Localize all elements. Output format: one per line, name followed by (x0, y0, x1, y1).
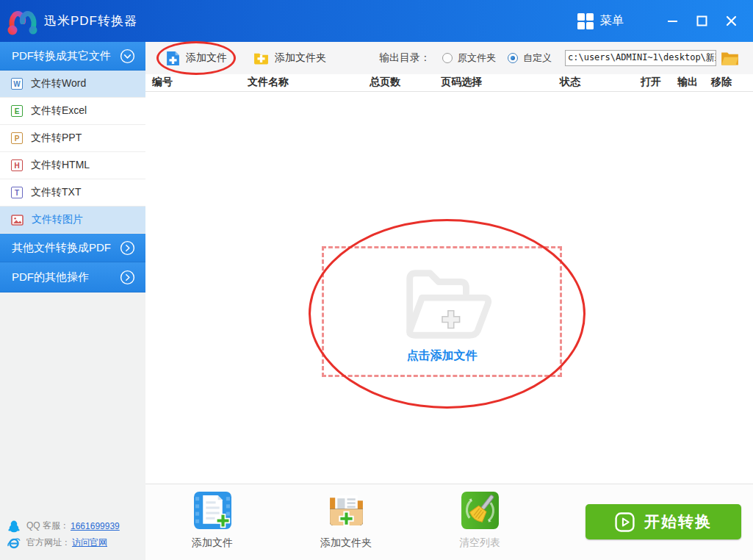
sidebar-item-label: 文件转TXT (31, 186, 81, 199)
menu-label: 菜单 (600, 13, 624, 29)
sidebar-section-label: PDF的其他操作 (12, 270, 89, 284)
column-header-filename: 文件名称 (248, 76, 289, 89)
minimize-button[interactable] (657, 7, 687, 36)
minimize-icon (667, 15, 678, 26)
add-file-button[interactable]: 添加文件 (166, 51, 227, 66)
start-convert-button[interactable]: 开始转换 (586, 504, 741, 539)
close-button[interactable] (716, 7, 746, 36)
html-file-icon: H (11, 159, 23, 171)
txt-file-icon: T (11, 187, 23, 198)
qq-service-label: QQ 客服： (26, 520, 69, 532)
file-table-header: 编号 文件名称 总页数 页码选择 状态 打开 输出 移除 (145, 74, 753, 92)
dropzone-hint-label: 点击添加文件 (407, 348, 478, 364)
sidebar-section-pdf-other-ops[interactable]: PDF的其他操作 (0, 262, 145, 292)
footer-add-file-label: 添加文件 (192, 536, 233, 550)
footer-add-file-button[interactable]: 添加文件 (174, 491, 251, 550)
official-site-link[interactable]: 访问官网 (72, 536, 107, 549)
column-header-status: 状态 (560, 76, 580, 89)
open-folder-watermark-icon (387, 260, 497, 347)
app-logo-icon (6, 6, 40, 37)
sidebar-item-label: 文件转PPT (31, 132, 82, 145)
titlebar: 迅米PDF转换器 菜单 (0, 0, 753, 42)
excel-file-icon: E (11, 105, 23, 117)
app-title: 迅米PDF转换器 (44, 12, 137, 29)
file-list-area: 点击添加文件 (145, 92, 753, 484)
sidebar-item-word[interactable]: W 文件转Word (0, 71, 145, 98)
column-header-pagerange: 页码选择 (441, 76, 482, 89)
radio-original-folder-label[interactable]: 原文件夹 (458, 51, 496, 65)
official-site-label: 官方网址： (26, 536, 71, 549)
browse-folder-button[interactable] (721, 51, 739, 66)
column-header-output: 输出 (677, 76, 698, 89)
dropzone-add-files[interactable]: 点击添加文件 (322, 246, 562, 377)
add-folder-label: 添加文件夹 (275, 51, 326, 65)
maximize-button[interactable] (687, 7, 716, 36)
maximize-icon (696, 15, 707, 26)
menu-button[interactable]: 菜单 (577, 13, 624, 29)
chevron-right-circle-icon (120, 240, 135, 256)
app-window: 迅米PDF转换器 菜单 PDF转换成其它文件 (0, 0, 753, 560)
qq-number-link[interactable]: 1661699939 (71, 521, 120, 531)
footer-add-folder-label: 添加文件夹 (320, 536, 372, 550)
start-convert-label: 开始转换 (644, 511, 712, 532)
column-header-open: 打开 (641, 76, 661, 89)
column-header-remove: 移除 (711, 76, 732, 89)
sidebar-item-ppt[interactable]: P 文件转PPT (0, 125, 145, 152)
sidebar-section-label: PDF转换成其它文件 (12, 49, 111, 63)
clear-list-broom-icon (461, 491, 500, 530)
ppt-file-icon: P (11, 132, 23, 144)
add-folder-big-icon (327, 491, 366, 530)
chevron-down-circle-icon (120, 49, 135, 64)
add-folder-icon (253, 51, 269, 65)
sidebar-item-excel[interactable]: E 文件转Excel (0, 98, 145, 125)
footer-clear-list-label: 清空列表 (459, 536, 500, 550)
menu-grid-icon (577, 13, 594, 29)
chevron-right-circle-icon (120, 270, 135, 285)
image-file-icon (11, 215, 24, 226)
radio-original-folder[interactable] (442, 53, 453, 63)
sidebar-item-image[interactable]: 文件转图片 (0, 207, 145, 234)
bottom-action-bar: 添加文件 添加文件夹 (145, 484, 753, 560)
add-file-label: 添加文件 (186, 51, 227, 65)
output-directory-label: 输出目录： (379, 51, 430, 65)
output-directory-group: 输出目录： 原文件夹 自定义 c:\users\ADMINI~1\desktop… (379, 42, 739, 74)
sidebar-section-label: 其他文件转换成PDF (12, 241, 111, 255)
sidebar-section-pdf-to-other[interactable]: PDF转换成其它文件 (0, 42, 145, 71)
add-file-big-icon (193, 491, 232, 530)
support-info: QQ 客服： 1661699939 官方网址： 访问官网 (7, 517, 120, 551)
footer-clear-list-button[interactable]: 清空列表 (442, 491, 518, 550)
toolbar: 添加文件 添加文件夹 输出目录： 原文件夹 自定义 c:\users\ADMIN… (145, 42, 753, 74)
play-icon (615, 512, 635, 532)
radio-custom-folder[interactable] (508, 53, 518, 63)
sidebar-item-txt[interactable]: T 文件转TXT (0, 179, 145, 207)
sidebar: PDF转换成其它文件 W 文件转Word E 文件转Excel P 文件转PPT… (0, 42, 145, 560)
output-path-input[interactable]: c:\users\ADMINI~1\desktop\新建文 (565, 50, 716, 66)
column-header-pages: 总页数 (370, 76, 400, 89)
qq-icon (7, 520, 21, 533)
sidebar-item-label: 文件转HTML (31, 159, 90, 172)
ie-browser-icon (7, 536, 21, 550)
add-file-icon (166, 51, 180, 66)
close-icon (726, 15, 737, 26)
sidebar-item-label: 文件转Word (31, 77, 86, 90)
sidebar-section-other-to-pdf[interactable]: 其他文件转换成PDF (0, 234, 145, 262)
sidebar-item-html[interactable]: H 文件转HTML (0, 152, 145, 179)
column-header-number: 编号 (152, 76, 173, 89)
radio-custom-folder-label[interactable]: 自定义 (523, 51, 552, 65)
add-folder-button[interactable]: 添加文件夹 (253, 51, 326, 65)
main-panel: 添加文件 添加文件夹 输出目录： 原文件夹 自定义 c:\users\ADMIN… (145, 42, 753, 560)
window-controls (657, 7, 746, 36)
word-file-icon: W (11, 78, 23, 90)
sidebar-item-label: 文件转Excel (31, 104, 87, 118)
footer-add-folder-button[interactable]: 添加文件夹 (308, 491, 384, 550)
sidebar-item-label: 文件转图片 (32, 213, 83, 226)
